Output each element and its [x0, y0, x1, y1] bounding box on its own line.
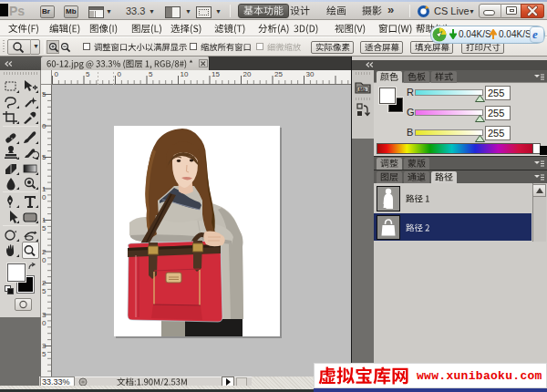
- svg-text:Mb: Mb: [359, 87, 367, 92]
